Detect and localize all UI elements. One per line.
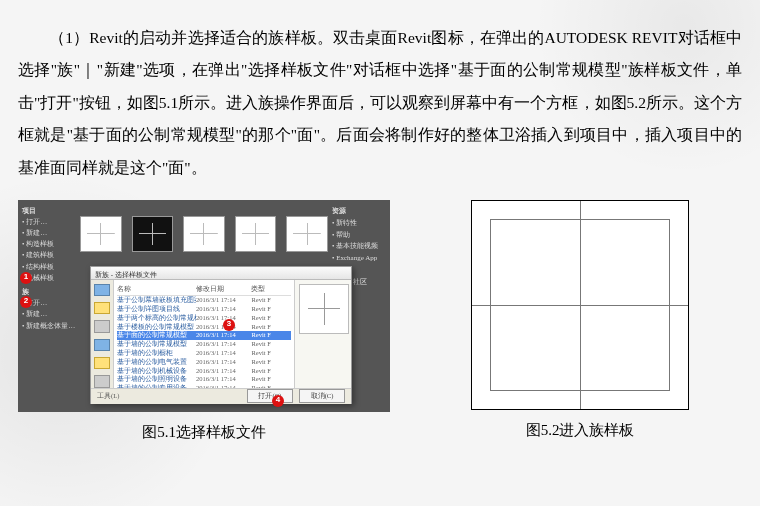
marker-1: 1 — [20, 272, 32, 284]
place-icon[interactable] — [94, 375, 110, 387]
thumb — [235, 216, 277, 252]
dialog-places-bar — [91, 280, 114, 388]
select-template-dialog: 新族 - 选择样板文件 名称 修改日期 类型 — [90, 266, 352, 404]
thumb — [132, 216, 174, 252]
preview-pane — [295, 280, 351, 388]
place-icon[interactable] — [94, 302, 110, 314]
list-item[interactable]: 基于面的公制常规模型2016/3/1 17:14Revit F — [117, 331, 291, 340]
left-panel-family: 族 — [22, 287, 76, 298]
preview-thumbnail — [299, 284, 349, 334]
caption-5-2: 图5.2进入族样板 — [526, 420, 635, 441]
screenshot-5-2 — [471, 200, 689, 410]
marker-2: 2 — [20, 296, 32, 308]
figure-5-1: 项目 • 打开… • 新建… • 构造样板 • 建筑样板 • 结构样板 • 机械… — [18, 200, 390, 443]
file-list[interactable]: 名称 修改日期 类型 基于公制幕墙嵌板填充图案2016/3/1 17:14Rev… — [114, 280, 295, 388]
thumb — [286, 216, 328, 252]
screenshot-5-1: 项目 • 打开… • 新建… • 构造样板 • 建筑样板 • 结构样板 • 机械… — [18, 200, 390, 412]
list-item[interactable]: 基于墙的公制照明设备2016/3/1 17:14Revit F — [117, 375, 291, 384]
figures-row: 项目 • 打开… • 新建… • 构造样板 • 建筑样板 • 结构样板 • 机械… — [18, 200, 742, 443]
cancel-button[interactable]: 取消(C) — [299, 389, 345, 403]
list-item[interactable]: 基于两个标高的公制常规模型2016/3/1 17:14Revit F — [117, 314, 291, 323]
open-button[interactable]: 打开(O) — [247, 389, 293, 403]
figure-5-2: 图5.2进入族样板 — [430, 200, 730, 441]
list-item[interactable]: 基于墙的公制电气装置2016/3/1 17:14Revit F — [117, 358, 291, 367]
list-item[interactable]: 基于墙的公制机械设备2016/3/1 17:14Revit F — [117, 367, 291, 376]
place-icon[interactable] — [94, 357, 110, 369]
list-item[interactable]: 基于墙的公制橱柜2016/3/1 17:14Revit F — [117, 349, 291, 358]
list-rows: 基于公制幕墙嵌板填充图案2016/3/1 17:14Revit F基于公制详图项… — [117, 296, 291, 387]
place-icon[interactable] — [94, 320, 110, 332]
thumb — [80, 216, 122, 252]
list-item[interactable]: 基于楼板的公制常规模型2016/3/1 17:14Revit F — [117, 323, 291, 332]
dialog-titlebar: 新族 - 选择样板文件 — [91, 267, 351, 280]
face-rectangle — [490, 219, 670, 391]
list-header: 名称 修改日期 类型 — [117, 282, 291, 297]
place-icon[interactable] — [94, 284, 110, 296]
recent-thumbnails — [80, 210, 328, 258]
left-panel-title: 项目 — [22, 206, 76, 217]
list-item[interactable]: 基于墙的公制专用设备2016/3/1 17:14Revit F — [117, 384, 291, 388]
thumb — [183, 216, 225, 252]
dialog-bottom-bar: 工具(L) 打开(O) 取消(C) — [91, 388, 351, 404]
list-item[interactable]: 基于公制详图项目线2016/3/1 17:14Revit F — [117, 305, 291, 314]
caption-5-1: 图5.1选择样板文件 — [142, 422, 266, 443]
right-panel-title: 资源 — [332, 206, 386, 218]
marker-4: 4 — [272, 395, 284, 407]
place-icon[interactable] — [94, 339, 110, 351]
list-item[interactable]: 基于墙的公制常规模型2016/3/1 17:14Revit F — [117, 340, 291, 349]
main-paragraph: （1）Revit的启动并选择适合的族样板。双击桌面Revit图标，在弹出的AUT… — [18, 22, 742, 185]
page: （1）Revit的启动并选择适合的族样板。双击桌面Revit图标，在弹出的AUT… — [0, 0, 760, 184]
marker-3: 3 — [223, 319, 235, 331]
list-item[interactable]: 基于公制幕墙嵌板填充图案2016/3/1 17:14Revit F — [117, 296, 291, 305]
tools-label[interactable]: 工具(L) — [97, 389, 119, 403]
